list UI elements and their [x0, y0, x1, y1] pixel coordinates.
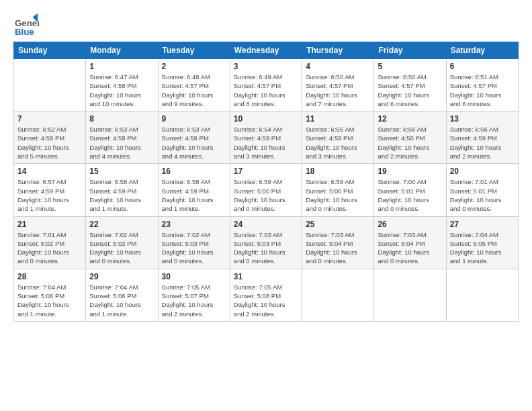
calendar-cell: 31Sunrise: 7:05 AMSunset: 5:08 PMDayligh…: [230, 269, 302, 321]
day-number: 7: [17, 114, 82, 124]
calendar-cell: 12Sunrise: 6:56 AMSunset: 4:58 PMDayligh…: [374, 111, 446, 164]
calendar-cell: 21Sunrise: 7:01 AMSunset: 5:02 PMDayligh…: [14, 216, 86, 269]
day-info: Sunrise: 6:50 AMSunset: 4:57 PMDaylight:…: [306, 73, 370, 108]
day-info: Sunrise: 7:01 AMSunset: 5:02 PMDaylight:…: [17, 230, 82, 266]
day-info: Sunrise: 6:50 AMSunset: 4:57 PMDaylight:…: [378, 73, 442, 108]
day-info: Sunrise: 7:02 AMSunset: 5:03 PMDaylight:…: [162, 230, 226, 266]
calendar-week-2: 7Sunrise: 6:52 AMSunset: 4:58 PMDaylight…: [14, 111, 519, 164]
weekday-header-tuesday: Tuesday: [158, 42, 230, 59]
header-area: General Blue: [13, 12, 519, 38]
day-info: Sunrise: 6:56 AMSunset: 4:59 PMDaylight:…: [450, 125, 515, 161]
calendar-cell: 15Sunrise: 6:58 AMSunset: 4:59 PMDayligh…: [86, 164, 158, 216]
weekday-header-monday: Monday: [86, 42, 158, 59]
day-info: Sunrise: 7:03 AMSunset: 5:04 PMDaylight:…: [306, 230, 370, 266]
logo: General Blue: [13, 12, 42, 38]
day-number: 20: [450, 167, 515, 176]
weekday-header-sunday: Sunday: [14, 42, 86, 59]
calendar-cell: 22Sunrise: 7:02 AMSunset: 5:02 PMDayligh…: [86, 216, 158, 269]
day-number: 9: [162, 114, 226, 124]
day-number: 22: [89, 220, 154, 229]
calendar-cell: 13Sunrise: 6:56 AMSunset: 4:59 PMDayligh…: [446, 111, 518, 164]
day-info: Sunrise: 6:56 AMSunset: 4:58 PMDaylight:…: [378, 125, 442, 161]
logo-icon: General Blue: [13, 12, 39, 38]
day-info: Sunrise: 6:59 AMSunset: 5:00 PMDaylight:…: [234, 177, 298, 213]
day-number: 31: [234, 272, 298, 281]
calendar-cell: 18Sunrise: 6:59 AMSunset: 5:00 PMDayligh…: [302, 164, 374, 216]
day-number: 23: [162, 220, 226, 229]
calendar-cell: 10Sunrise: 6:54 AMSunset: 4:58 PMDayligh…: [230, 111, 302, 164]
calendar-cell: 2Sunrise: 6:48 AMSunset: 4:57 PMDaylight…: [158, 59, 230, 111]
day-info: Sunrise: 6:59 AMSunset: 5:00 PMDaylight:…: [306, 177, 370, 213]
day-info: Sunrise: 6:54 AMSunset: 4:58 PMDaylight:…: [234, 125, 298, 161]
calendar-cell: 25Sunrise: 7:03 AMSunset: 5:04 PMDayligh…: [302, 216, 374, 269]
weekday-header-wednesday: Wednesday: [230, 42, 302, 59]
day-number: 10: [234, 114, 298, 124]
day-info: Sunrise: 7:05 AMSunset: 5:07 PMDaylight:…: [162, 283, 226, 318]
calendar-body: 1Sunrise: 6:47 AMSunset: 4:58 PMDaylight…: [14, 59, 519, 322]
day-number: 17: [234, 167, 298, 176]
day-info: Sunrise: 7:03 AMSunset: 5:03 PMDaylight:…: [234, 230, 298, 266]
calendar-week-1: 1Sunrise: 6:47 AMSunset: 4:58 PMDaylight…: [14, 59, 519, 111]
day-number: 18: [306, 167, 370, 176]
calendar-cell: [14, 59, 86, 111]
calendar-cell: 14Sunrise: 6:57 AMSunset: 4:59 PMDayligh…: [14, 164, 86, 216]
calendar-cell: 17Sunrise: 6:59 AMSunset: 5:00 PMDayligh…: [230, 164, 302, 216]
calendar-cell: 23Sunrise: 7:02 AMSunset: 5:03 PMDayligh…: [158, 216, 230, 269]
calendar-cell: 28Sunrise: 7:04 AMSunset: 5:06 PMDayligh…: [14, 269, 86, 321]
calendar-cell: 29Sunrise: 7:04 AMSunset: 5:06 PMDayligh…: [86, 269, 158, 321]
weekday-header-saturday: Saturday: [446, 42, 518, 59]
calendar-cell: 8Sunrise: 6:53 AMSunset: 4:58 PMDaylight…: [86, 111, 158, 164]
day-number: 24: [234, 220, 298, 229]
day-number: 16: [162, 167, 226, 176]
weekday-header-row: SundayMondayTuesdayWednesdayThursdayFrid…: [14, 42, 519, 59]
calendar-cell: 19Sunrise: 7:00 AMSunset: 5:01 PMDayligh…: [374, 164, 446, 216]
day-info: Sunrise: 6:53 AMSunset: 4:58 PMDaylight:…: [89, 125, 154, 161]
calendar-week-4: 21Sunrise: 7:01 AMSunset: 5:02 PMDayligh…: [14, 216, 519, 269]
day-info: Sunrise: 7:04 AMSunset: 5:05 PMDaylight:…: [450, 230, 515, 266]
day-info: Sunrise: 7:05 AMSunset: 5:08 PMDaylight:…: [234, 283, 298, 318]
calendar-cell: 24Sunrise: 7:03 AMSunset: 5:03 PMDayligh…: [230, 216, 302, 269]
calendar-cell: [374, 269, 446, 321]
day-info: Sunrise: 7:04 AMSunset: 5:06 PMDaylight:…: [17, 283, 82, 318]
day-number: 25: [306, 220, 370, 229]
calendar-cell: 26Sunrise: 7:03 AMSunset: 5:04 PMDayligh…: [374, 216, 446, 269]
day-info: Sunrise: 7:02 AMSunset: 5:02 PMDaylight:…: [89, 230, 154, 266]
weekday-header-friday: Friday: [374, 42, 446, 59]
day-number: 13: [450, 114, 515, 124]
calendar-cell: 7Sunrise: 6:52 AMSunset: 4:58 PMDaylight…: [14, 111, 86, 164]
calendar-cell: 9Sunrise: 6:53 AMSunset: 4:58 PMDaylight…: [158, 111, 230, 164]
day-number: 28: [17, 272, 82, 281]
calendar-cell: 1Sunrise: 6:47 AMSunset: 4:58 PMDaylight…: [86, 59, 158, 111]
day-number: 6: [450, 62, 515, 71]
calendar-cell: 20Sunrise: 7:01 AMSunset: 5:01 PMDayligh…: [446, 164, 518, 216]
day-number: 12: [378, 114, 442, 124]
calendar-cell: 16Sunrise: 6:58 AMSunset: 4:59 PMDayligh…: [158, 164, 230, 216]
day-info: Sunrise: 6:51 AMSunset: 4:57 PMDaylight:…: [450, 73, 515, 108]
calendar-cell: 5Sunrise: 6:50 AMSunset: 4:57 PMDaylight…: [374, 59, 446, 111]
day-number: 14: [17, 167, 82, 176]
calendar-header: SundayMondayTuesdayWednesdayThursdayFrid…: [14, 42, 519, 59]
day-info: Sunrise: 6:55 AMSunset: 4:58 PMDaylight:…: [306, 125, 370, 161]
day-info: Sunrise: 6:58 AMSunset: 4:59 PMDaylight:…: [162, 177, 226, 213]
day-info: Sunrise: 7:03 AMSunset: 5:04 PMDaylight:…: [378, 230, 442, 266]
day-info: Sunrise: 7:01 AMSunset: 5:01 PMDaylight:…: [450, 177, 515, 213]
day-number: 27: [450, 220, 515, 229]
day-number: 15: [89, 167, 154, 176]
day-number: 3: [234, 62, 298, 71]
day-number: 29: [89, 272, 154, 281]
day-info: Sunrise: 6:49 AMSunset: 4:57 PMDaylight:…: [234, 73, 298, 108]
day-number: 1: [89, 62, 154, 71]
day-info: Sunrise: 6:57 AMSunset: 4:59 PMDaylight:…: [17, 177, 82, 213]
day-number: 8: [89, 114, 154, 124]
calendar-week-5: 28Sunrise: 7:04 AMSunset: 5:06 PMDayligh…: [14, 269, 519, 321]
day-number: 11: [306, 114, 370, 124]
day-info: Sunrise: 7:00 AMSunset: 5:01 PMDaylight:…: [378, 177, 442, 213]
calendar-cell: 11Sunrise: 6:55 AMSunset: 4:58 PMDayligh…: [302, 111, 374, 164]
calendar-cell: 3Sunrise: 6:49 AMSunset: 4:57 PMDaylight…: [230, 59, 302, 111]
calendar-cell: [446, 269, 518, 321]
day-number: 19: [378, 167, 442, 176]
day-number: 2: [162, 62, 226, 71]
day-info: Sunrise: 6:58 AMSunset: 4:59 PMDaylight:…: [89, 177, 154, 213]
calendar-cell: 4Sunrise: 6:50 AMSunset: 4:57 PMDaylight…: [302, 59, 374, 111]
calendar-cell: [302, 269, 374, 321]
